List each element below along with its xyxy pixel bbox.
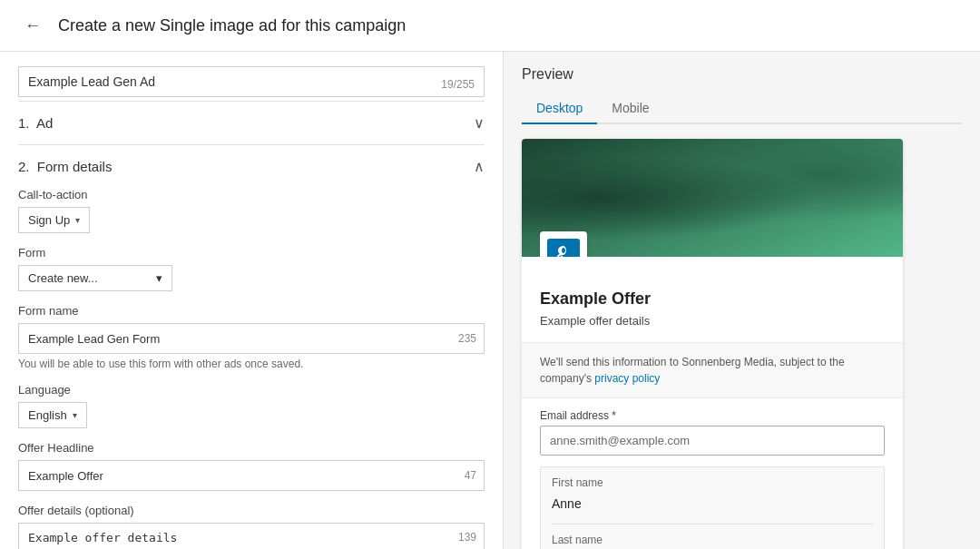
offer-details-textarea[interactable]: Example offer details — [28, 531, 475, 549]
main-layout: 19/255 1. Ad ∨ 2. Form details ∧ Call-to… — [0, 52, 980, 549]
company-logo — [540, 231, 587, 257]
language-dropdown[interactable]: English ▾ — [18, 402, 87, 428]
cta-field-group: Call-to-action Sign Up ▾ — [18, 188, 485, 233]
privacy-text: We'll send this information to Sonnenber… — [540, 356, 845, 385]
offer-details-container: Example offer details 139 — [18, 523, 485, 549]
ad-name-char-count: 19/255 — [441, 78, 475, 91]
cta-dropdown[interactable]: Sign Up ▾ — [18, 207, 90, 233]
form-name-helper: You will be able to use this form with o… — [18, 358, 485, 370]
cta-value: Sign Up — [28, 213, 70, 227]
privacy-link[interactable]: privacy policy — [594, 372, 660, 385]
back-button[interactable]: ← — [18, 11, 47, 40]
offer-headline-char-count: 47 — [465, 469, 476, 482]
offer-headline-input[interactable] — [28, 469, 475, 483]
language-label: Language — [18, 383, 485, 397]
form-name-container: 235 — [18, 323, 485, 354]
section-ad-chevron: ∨ — [474, 114, 485, 132]
ad-name-container: 19/255 — [18, 66, 485, 97]
section-ad-title: 1. Ad — [18, 115, 53, 131]
offer-title: Example Offer — [540, 289, 885, 309]
cta-arrow-icon: ▾ — [75, 215, 80, 225]
preview-email-input: anne.smith@example.com — [540, 426, 885, 456]
preview-tabs: Desktop Mobile — [522, 93, 962, 124]
form-value: Create new... — [28, 271, 98, 285]
offer-section: Example Offer Example offer details — [522, 257, 903, 343]
header: ← Create a new Single image ad for this … — [0, 0, 980, 52]
form-arrow-icon: ▾ — [156, 271, 162, 285]
logo-icon — [547, 239, 580, 257]
form-name-char-count: 235 — [458, 332, 476, 345]
preview-last-name-group: Last name Smith — [552, 534, 873, 549]
right-panel: Preview Desktop Mobile — [504, 52, 980, 549]
section-form-chevron: ∧ — [474, 158, 485, 175]
form-label: Form — [18, 246, 485, 260]
preview-email-field: Email address * anne.smith@example.com — [540, 409, 885, 456]
preview-title: Preview — [522, 66, 962, 83]
logo-svg-icon — [553, 244, 574, 257]
name-pair: First name Anne Last name Smith — [552, 476, 873, 549]
language-field-group: Language English ▾ — [18, 383, 485, 428]
section-form-title: 2. Form details — [18, 159, 112, 174]
offer-desc: Example offer details — [540, 314, 885, 328]
preview-card: Example Offer Example offer details We'l… — [522, 139, 903, 549]
hero-image — [522, 139, 903, 257]
back-icon: ← — [24, 16, 41, 35]
form-dropdown[interactable]: Create new... ▾ — [18, 265, 172, 291]
language-arrow-icon: ▾ — [73, 410, 77, 420]
form-name-label: Form name — [18, 304, 485, 318]
offer-details-char-count: 139 — [458, 531, 476, 544]
preview-last-name-label: Last name — [552, 534, 873, 546]
ad-name-input[interactable] — [28, 74, 475, 89]
privacy-section: We'll send this information to Sonnenber… — [522, 343, 903, 398]
tab-mobile[interactable]: Mobile — [597, 93, 663, 124]
preview-name-field: First name Anne Last name Smith — [540, 466, 885, 549]
tab-desktop[interactable]: Desktop — [522, 93, 597, 124]
preview-first-name-label: First name — [552, 476, 873, 489]
section-ad-header[interactable]: 1. Ad ∨ — [18, 101, 485, 144]
language-value: English — [28, 408, 67, 422]
preview-email-label: Email address * — [540, 409, 885, 422]
form-section: Call-to-action Sign Up ▾ Form Create new… — [18, 188, 485, 549]
left-panel: 19/255 1. Ad ∨ 2. Form details ∧ Call-to… — [0, 52, 504, 549]
offer-details-label: Offer details (optional) — [18, 504, 485, 517]
page-title: Create a new Single image ad for this ca… — [58, 16, 406, 35]
section-form-header[interactable]: 2. Form details ∧ — [18, 144, 485, 188]
form-name-field-group: Form name 235 You will be able to use th… — [18, 304, 485, 370]
preview-first-name-value: Anne — [552, 491, 873, 516]
preview-first-name-group: First name Anne — [552, 476, 873, 524]
offer-headline-label: Offer Headline — [18, 441, 485, 455]
form-name-input[interactable] — [28, 332, 475, 346]
form-field-group: Form Create new... ▾ — [18, 246, 485, 291]
offer-headline-container: 47 — [18, 460, 485, 491]
cta-label: Call-to-action — [18, 188, 485, 201]
offer-details-field-group: Offer details (optional) Example offer d… — [18, 504, 485, 549]
form-preview: Email address * anne.smith@example.com F… — [522, 398, 903, 549]
offer-headline-field-group: Offer Headline 47 — [18, 441, 485, 491]
